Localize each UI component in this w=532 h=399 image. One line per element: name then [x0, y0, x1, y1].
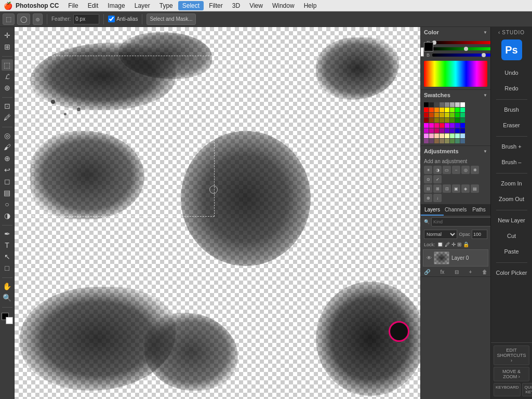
swatch-color[interactable]	[450, 139, 455, 143]
swatch-color[interactable]	[440, 113, 444, 117]
quick-select-tool[interactable]: ⊛	[2, 82, 13, 94]
brush-minus-btn[interactable]: Brush –	[494, 155, 530, 169]
adj-levels[interactable]: ▭	[443, 166, 451, 174]
adj-check[interactable]: ✓	[433, 175, 442, 183]
cut-btn[interactable]: Cut	[494, 229, 530, 243]
swatch-color[interactable]	[460, 108, 465, 112]
swatch-color[interactable]	[460, 113, 465, 117]
swatch-color[interactable]	[424, 113, 429, 117]
move-tool[interactable]: ✛	[2, 30, 13, 41]
swatch-color[interactable]	[424, 139, 429, 143]
hand-tool[interactable]: ✋	[2, 281, 13, 292]
swatch-color[interactable]	[434, 108, 439, 112]
ps-icon[interactable]: Ps	[501, 39, 522, 60]
pen-tool[interactable]: ✒	[2, 228, 13, 240]
lock-pixels-icon[interactable]: 🖉	[445, 242, 450, 247]
swatch-color[interactable]	[429, 113, 434, 117]
background-color[interactable]	[6, 317, 13, 324]
tool-select-rect[interactable]: ⬚	[3, 14, 15, 25]
swatch-color[interactable]	[455, 123, 460, 128]
eraser-tool[interactable]: ◻	[2, 176, 13, 187]
tab-channels[interactable]: Channels	[444, 205, 468, 216]
swatch-color[interactable]	[460, 102, 465, 107]
swatch-color[interactable]	[440, 123, 444, 128]
swatch-color[interactable]	[445, 108, 449, 112]
new-layer-btn[interactable]: +	[469, 269, 472, 275]
blur-tool[interactable]: ○	[2, 198, 13, 210]
zoom-out-btn[interactable]: Zoom Out	[494, 192, 530, 206]
adj-down[interactable]: ↓	[433, 194, 442, 202]
swatch-color[interactable]	[460, 139, 465, 143]
swatch-color[interactable]	[450, 108, 455, 112]
r-slider[interactable]	[432, 41, 490, 44]
foreground-background[interactable]	[2, 313, 13, 324]
swatch-color[interactable]	[445, 102, 449, 107]
menu-3d[interactable]: 3D	[228, 1, 244, 10]
menu-filter[interactable]: Filter	[205, 1, 227, 10]
menu-image[interactable]: Image	[103, 1, 129, 10]
clone-tool[interactable]: ⊕	[2, 153, 13, 164]
swatch-color[interactable]	[440, 139, 444, 143]
crop-tool[interactable]: ⊡	[2, 100, 13, 112]
lock-transparent-icon[interactable]: 🔲	[437, 242, 443, 247]
gradient-tool[interactable]: ▤	[2, 187, 13, 198]
menu-edit[interactable]: Edit	[84, 1, 103, 10]
swatch-color[interactable]	[455, 134, 460, 138]
layer-visibility-icon[interactable]: 👁	[427, 255, 432, 261]
select-and-mask-btn[interactable]: Select and Mask...	[147, 14, 195, 25]
adj-brightness[interactable]: ☀	[424, 166, 432, 174]
swatch-color[interactable]	[460, 128, 465, 133]
swatch-color[interactable]	[460, 118, 465, 123]
swatch-color[interactable]	[450, 118, 455, 123]
swatch-color[interactable]	[424, 123, 429, 128]
add-style-btn[interactable]: fx	[441, 269, 445, 275]
menu-type[interactable]: Type	[155, 1, 177, 10]
swatch-color[interactable]	[450, 128, 455, 133]
anti-alias-label[interactable]: Anti-alias	[108, 16, 138, 22]
swatch-color[interactable]	[434, 118, 439, 123]
menu-select[interactable]: Select	[178, 1, 204, 10]
swatch-color[interactable]	[440, 102, 444, 107]
adj-photo[interactable]: ⊞	[433, 184, 442, 193]
feather-input[interactable]	[73, 14, 99, 24]
lock-position-icon[interactable]: ✛	[451, 242, 456, 247]
edit-shortcuts-btn[interactable]: EDIT SHORTCUTS ›	[494, 345, 529, 365]
swatch-color[interactable]	[450, 113, 455, 117]
swatch-color[interactable]	[429, 134, 434, 138]
swatch-color[interactable]	[445, 134, 449, 138]
swatch-color[interactable]	[440, 128, 444, 133]
adj-selective[interactable]: ⊛	[424, 194, 432, 202]
lock-all-icon[interactable]: 🔒	[463, 242, 469, 247]
swatch-color[interactable]	[424, 108, 429, 112]
add-link-btn[interactable]: 🔗	[424, 269, 430, 275]
swatch-color[interactable]	[460, 134, 465, 138]
tab-paths[interactable]: Paths	[468, 205, 490, 216]
swatch-color[interactable]	[455, 118, 460, 123]
swatches-panel-header[interactable]: Swatches ▼	[421, 90, 490, 100]
fg-color-preview[interactable]	[424, 42, 433, 51]
adj-exposure[interactable]: ◎	[461, 166, 470, 174]
swatch-color[interactable]	[434, 123, 439, 128]
swatch-color[interactable]	[455, 108, 460, 112]
paste-btn[interactable]: Paste	[494, 244, 530, 259]
swatch-color[interactable]	[455, 128, 460, 133]
adj-bw[interactable]: ⊟	[424, 184, 432, 193]
layer-0-item[interactable]: 👁 Layer 0	[423, 249, 488, 267]
adj-hsl[interactable]: ⊙	[424, 175, 432, 183]
delete-layer-btn[interactable]: 🗑	[482, 269, 487, 275]
marquee-tool[interactable]: ⬚	[2, 59, 13, 71]
swatch-color[interactable]	[445, 139, 449, 143]
eyedropper-tool[interactable]: 🖉	[2, 112, 13, 123]
swatch-color[interactable]	[429, 108, 434, 112]
lasso-tool[interactable]: 𝓛	[2, 71, 13, 82]
swatch-color[interactable]	[445, 123, 449, 128]
apple-logo[interactable]: 🍎	[0, 2, 16, 10]
g-slider[interactable]	[432, 47, 490, 50]
menu-view[interactable]: View	[245, 1, 267, 10]
opacity-input[interactable]	[472, 230, 487, 239]
move-zoom-btn[interactable]: MOVE & ZOOM ›	[494, 367, 529, 381]
adj-channel[interactable]: ⊡	[443, 184, 451, 193]
swatch-color[interactable]	[445, 128, 449, 133]
canvas-area[interactable]	[15, 27, 420, 399]
swatch-color[interactable]	[429, 102, 434, 107]
